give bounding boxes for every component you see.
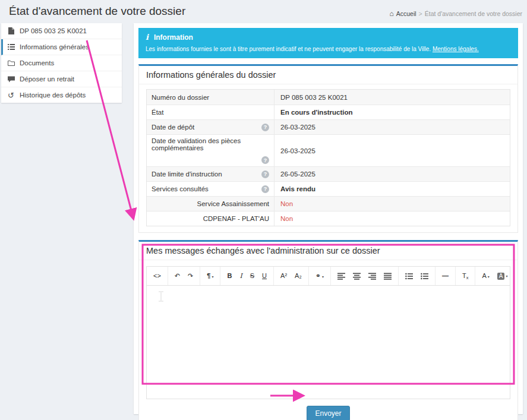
row-value: Non	[274, 211, 510, 226]
table-row: Date de dépôt ? 26-03-2025	[147, 119, 510, 134]
strikethrough-icon: S	[250, 272, 254, 280]
messages-panel: Mes messages échangés avec l'administrat…	[138, 240, 518, 420]
sidebar-item-documents[interactable]: Documents	[1, 55, 122, 71]
sidebar: DP 085 003 25 K0021 Informations général…	[1, 23, 122, 103]
folder-icon	[7, 59, 15, 67]
row-label: Date de dépôt	[152, 124, 194, 131]
background-color-button[interactable]: A	[496, 271, 510, 281]
paragraph-style-button[interactable]: ¶	[205, 271, 215, 281]
unordered-list-button[interactable]	[403, 271, 415, 281]
clear-format-button[interactable]: Tx	[460, 271, 470, 281]
clear-format-icon: Tx	[462, 272, 468, 280]
align-justify-button[interactable]	[382, 271, 393, 281]
align-right-button[interactable]	[367, 271, 378, 281]
underline-icon: U	[262, 272, 267, 280]
sidebar-item-label: DP 085 003 25 K0021	[20, 27, 87, 34]
help-icon[interactable]: ?	[261, 156, 269, 164]
align-right-icon	[368, 273, 376, 280]
info-banner: i Information Les informations fournies …	[138, 28, 518, 58]
help-icon[interactable]: ?	[261, 170, 269, 178]
italic-icon: I	[239, 272, 242, 280]
row-label: Services consultés	[152, 185, 209, 192]
redo-button[interactable]: ↷	[186, 271, 195, 281]
text-cursor	[159, 291, 163, 302]
info-banner-title: Information	[154, 33, 193, 42]
message-input[interactable]	[147, 286, 510, 399]
text-color-button[interactable]: A	[480, 271, 491, 281]
home-icon: ⌂	[389, 10, 393, 17]
strikethrough-button[interactable]: S	[248, 271, 256, 281]
subscript-button[interactable]: A₂	[293, 271, 304, 281]
sidebar-item-informations-generales[interactable]: Informations générales	[1, 39, 122, 55]
breadcrumb-current: État d'avancement de votre dossier	[425, 10, 522, 17]
comment-icon	[7, 75, 15, 83]
sidebar-item-label: Informations générales	[20, 43, 89, 50]
italic-button[interactable]: I	[238, 271, 244, 281]
info-banner-text: Les informations fournies le sont à titr…	[146, 46, 431, 52]
sidebar-item-dossier-number[interactable]: DP 085 003 25 K0021	[1, 23, 122, 39]
row-label: Numéro du dossier	[152, 94, 209, 101]
history-icon: ↺	[7, 91, 15, 99]
row-label: CDPENAF - PLAT'AU	[203, 215, 269, 222]
undo-button[interactable]: ↶	[173, 271, 182, 281]
row-label: État	[152, 109, 163, 116]
page-title: État d'avancement de votre dossier	[9, 5, 185, 18]
bold-button[interactable]: B	[225, 271, 233, 281]
link-icon: ⚭	[315, 272, 321, 280]
superscript-icon: A²	[280, 272, 287, 280]
paragraph-style-icon: ¶	[207, 272, 210, 280]
dossier-table: Numéro du dossier DP 085 003 25 K0021 Ét…	[146, 89, 510, 226]
row-label: Date limite d'instruction	[152, 170, 222, 178]
redo-icon: ↷	[188, 272, 193, 280]
ordered-list-icon	[421, 273, 428, 280]
mentions-legales-link[interactable]: Mentions légales.	[433, 46, 479, 52]
superscript-button[interactable]: A²	[279, 271, 289, 281]
help-icon[interactable]: ?	[261, 185, 269, 193]
main-content: i Information Les informations fournies …	[134, 23, 523, 414]
link-button[interactable]: ⚭	[314, 271, 326, 281]
sidebar-item-label: Déposer un retrait	[20, 75, 74, 83]
codeview-icon: <>	[153, 272, 161, 280]
row-value: 26-03-2025	[274, 120, 510, 134]
table-row: Date limite d'instruction ? 26-05-2025	[147, 166, 510, 181]
help-icon[interactable]: ?	[261, 124, 269, 131]
align-center-icon	[353, 273, 361, 280]
messages-panel-title: Mes messages échangés avec l'administrat…	[139, 242, 517, 260]
message-editor: <> ↶ ↷ ¶ B I S U	[146, 266, 510, 399]
row-value: 26-05-2025	[274, 167, 510, 181]
horizontal-rule-button[interactable]: —	[440, 271, 450, 281]
table-row: CDPENAF - PLAT'AU Non	[147, 211, 510, 226]
dossier-panel: Informations générales du dossier Numéro…	[138, 64, 518, 233]
subscript-icon: A₂	[295, 272, 302, 280]
underline-button[interactable]: U	[260, 271, 269, 281]
sidebar-item-historique-depots[interactable]: ↺ Historique des dépôts	[1, 87, 122, 103]
background-color-icon: A	[497, 273, 505, 280]
undo-icon: ↶	[175, 272, 180, 280]
row-value: Avis rendu	[274, 182, 510, 196]
align-center-button[interactable]	[351, 271, 362, 281]
align-justify-icon	[384, 273, 392, 280]
dossier-panel-title: Informations générales du dossier	[139, 66, 517, 84]
table-row: Numéro du dossier DP 085 003 25 K0021	[147, 90, 510, 105]
horizontal-rule-icon: —	[442, 272, 449, 280]
breadcrumb-accueil[interactable]: Accueil	[396, 10, 416, 17]
row-value: 26-03-2025	[274, 135, 510, 166]
row-label: Service Assainissement	[197, 200, 269, 207]
table-row: Date de validation des pièces complément…	[147, 134, 510, 166]
sidebar-item-label: Documents	[20, 59, 54, 67]
envoyer-button[interactable]: Envoyer	[307, 406, 349, 420]
editor-toolbar: <> ↶ ↷ ¶ B I S U	[147, 267, 510, 286]
row-value: En cours d'instruction	[274, 105, 510, 119]
file-icon	[7, 27, 15, 34]
align-left-button[interactable]	[336, 271, 347, 281]
breadcrumb-separator: >	[419, 10, 422, 17]
row-value: Non	[274, 197, 510, 211]
sidebar-item-label: Historique des dépôts	[20, 91, 86, 99]
codeview-button[interactable]: <>	[152, 271, 163, 281]
ordered-list-button[interactable]	[419, 271, 430, 281]
text-color-icon: A	[482, 272, 486, 280]
table-row: État En cours d'instruction	[147, 105, 510, 119]
bold-icon: B	[227, 272, 232, 280]
sidebar-item-deposer-retrait[interactable]: Déposer un retrait	[1, 71, 122, 87]
table-row: Service Assainissement Non	[147, 196, 510, 211]
